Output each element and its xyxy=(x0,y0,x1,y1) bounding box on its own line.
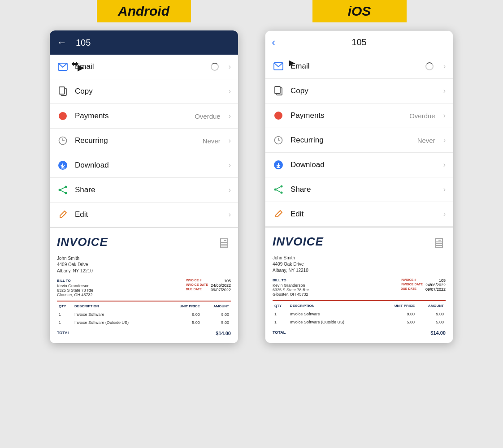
android-title: 105 xyxy=(76,38,91,48)
copy-icon xyxy=(57,86,69,97)
ios-recurring-chevron: › xyxy=(443,136,446,144)
android-copy-label: Copy xyxy=(75,87,222,96)
android-copy-item[interactable]: Copy › xyxy=(50,79,238,104)
ios-loading-spinner xyxy=(425,62,434,71)
ios-download-item[interactable]: Download › xyxy=(265,153,453,177)
svg-line-25 xyxy=(275,190,282,193)
ios-recurring-item[interactable]: Recurring Never › xyxy=(265,128,453,153)
payments-icon xyxy=(57,110,69,122)
android-payments-status: Overdue xyxy=(195,112,221,120)
svg-line-12 xyxy=(60,190,66,193)
download-icon xyxy=(57,159,69,171)
ios-recurring-icon xyxy=(273,134,284,146)
android-payments-item[interactable]: Payments Overdue › xyxy=(50,104,238,129)
ios-copy-chevron: › xyxy=(443,87,446,95)
ios-back-button[interactable]: ‹ xyxy=(272,35,276,49)
ios-payments-icon xyxy=(273,110,284,121)
android-invoice-preview: INVOICE 🖥 John Smith 4409 Oak Drive Alba… xyxy=(50,227,238,343)
android-share-chevron: › xyxy=(229,186,231,194)
ios-header: ‹ 105 xyxy=(265,31,453,54)
table-row: 1 Invoice Software 9.00 9.00 xyxy=(58,311,230,318)
svg-rect-2 xyxy=(59,87,65,94)
ios-email-chevron: › xyxy=(443,62,446,70)
android-payments-label: Payments xyxy=(75,112,188,121)
ios-download-label: Download xyxy=(291,160,437,169)
android-screen: ← 105 Email ⬌ ▶ xyxy=(50,30,238,343)
svg-rect-15 xyxy=(275,86,280,94)
ios-edit-item[interactable]: Edit › xyxy=(265,202,453,227)
android-download-chevron: › xyxy=(229,161,231,169)
android-header: ← 105 xyxy=(50,30,238,55)
ios-share-chevron: › xyxy=(443,185,446,194)
ios-payments-label: Payments xyxy=(291,111,403,120)
ios-recurring-label: Recurring xyxy=(291,136,411,145)
svg-point-3 xyxy=(59,112,67,120)
android-share-item[interactable]: Share › xyxy=(50,178,238,202)
android-email-item[interactable]: Email ⬌ ▶ › xyxy=(50,55,238,79)
ios-recurring-status: Never xyxy=(417,137,435,144)
android-badge: Android xyxy=(97,0,191,22)
table-row: 1 Invoice Software (Outside US) 5.00 5.0… xyxy=(273,319,445,326)
email-icon xyxy=(57,61,69,73)
ios-share-label: Share xyxy=(291,185,437,194)
android-recurring-item[interactable]: Recurring Never › xyxy=(50,129,238,153)
android-email-label: Email xyxy=(75,62,204,71)
android-invoice-table: QTY DESCRIPTION UNIT PRICE AMOUNT 1 Invo… xyxy=(57,301,231,327)
android-from-info: John Smith 4409 Oak Drive Albany, NY 122… xyxy=(57,255,231,274)
android-download-item[interactable]: Download › xyxy=(50,153,238,178)
page-background: Android iOS ← 105 Email xyxy=(0,0,503,448)
ios-invoice-table: QTY DESCRIPTION UNIT PRICE AMOUNT 1 Invo… xyxy=(273,300,446,327)
android-recurring-status: Never xyxy=(203,137,221,145)
android-invoice-title: INVOICE xyxy=(57,235,108,249)
android-monitor-icon: 🖥 xyxy=(217,235,231,252)
android-recurring-chevron: › xyxy=(229,137,231,145)
ios-screen: ‹ 105 Email ▶ › xyxy=(265,30,453,343)
ios-download-chevron: › xyxy=(443,161,446,169)
android-email-chevron: › xyxy=(229,63,231,71)
back-button[interactable]: ← xyxy=(57,37,67,48)
ios-email-item[interactable]: Email ▶ › xyxy=(265,54,453,79)
ios-copy-item[interactable]: Copy › xyxy=(265,79,453,103)
ios-payments-chevron: › xyxy=(443,112,446,120)
ios-email-icon xyxy=(273,60,284,72)
ios-copy-label: Copy xyxy=(291,86,437,95)
svg-line-11 xyxy=(60,187,66,190)
ios-download-icon xyxy=(273,159,284,171)
ios-monitor-icon: 🖥 xyxy=(431,235,446,251)
ios-copy-icon xyxy=(273,85,284,97)
loading-spinner xyxy=(211,63,219,71)
ios-email-label: Email xyxy=(291,62,419,71)
ios-title: 105 xyxy=(351,37,366,47)
recurring-icon xyxy=(57,135,69,146)
table-row: 1 Invoice Software 9.00 9.00 xyxy=(273,310,445,318)
ios-payments-status: Overdue xyxy=(409,112,435,120)
android-edit-label: Edit xyxy=(75,210,222,219)
ios-edit-icon xyxy=(273,208,284,220)
ios-edit-label: Edit xyxy=(291,210,437,219)
svg-line-24 xyxy=(275,186,282,190)
android-recurring-label: Recurring xyxy=(75,136,196,145)
ios-edit-chevron: › xyxy=(443,210,446,218)
android-edit-item[interactable]: Edit › xyxy=(50,202,238,227)
svg-point-16 xyxy=(274,112,282,120)
android-copy-chevron: › xyxy=(229,87,231,95)
android-share-label: Share xyxy=(75,185,222,194)
android-edit-chevron: › xyxy=(229,211,231,219)
table-row: 1 Invoice Software (Outside US) 5.00 5.0… xyxy=(58,319,230,326)
ios-share-icon xyxy=(273,184,284,195)
ios-payments-item[interactable]: Payments Overdue › xyxy=(265,103,453,128)
ios-share-item[interactable]: Share › xyxy=(265,177,453,202)
ios-invoice-title: INVOICE xyxy=(273,235,324,249)
ios-badge: iOS xyxy=(312,0,407,22)
android-payments-chevron: › xyxy=(229,112,231,120)
share-icon xyxy=(57,184,69,196)
ios-from-info: John Smith 4409 Oak Drive Albany, NY 122… xyxy=(273,255,446,274)
android-download-label: Download xyxy=(75,161,222,170)
ios-invoice-preview: INVOICE 🖥 John Smith 4409 Oak Drive Alba… xyxy=(265,227,453,343)
edit-icon xyxy=(57,209,69,220)
